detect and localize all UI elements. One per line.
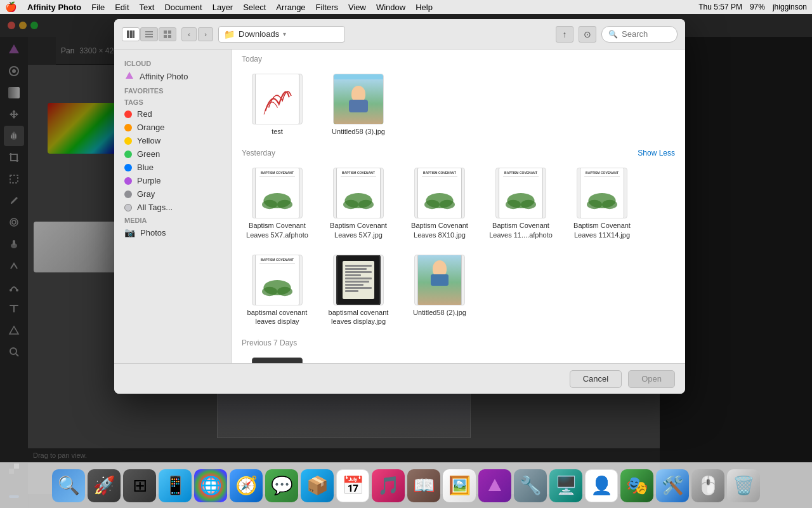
tag-orange-dot <box>124 124 132 131</box>
sidebar-tag-all[interactable]: All Tags... <box>114 201 231 214</box>
file-item-bcl-11-afphoto[interactable]: BAPTISM COVENANT Baptism Covenant Leaves… <box>483 163 559 244</box>
tag-purple-dot <box>124 177 132 185</box>
search-bar[interactable]: 🔍 <box>601 26 678 43</box>
share-button[interactable]: ↑ <box>556 26 573 43</box>
view-grid-button[interactable] <box>159 27 176 41</box>
tag-yellow-label: Yellow <box>137 136 160 145</box>
dock-item-facetime[interactable]: 🎭 <box>620 469 653 502</box>
dock-item-safari[interactable]: 🧭 <box>230 469 263 502</box>
nav-forward-button[interactable]: › <box>198 27 213 41</box>
show-less-button[interactable]: Show Less <box>638 149 675 157</box>
dock-item-appstore[interactable]: 📱 <box>159 469 192 502</box>
doc-icon: BAPTISM COVENANT <box>255 168 299 218</box>
sidebar-tag-gray[interactable]: Gray <box>114 187 231 201</box>
dock-item-airdrop[interactable]: 📦 <box>301 469 334 502</box>
search-icon: 🔍 <box>608 30 618 39</box>
dock-item-launchpad[interactable]: 🚀 <box>88 469 121 502</box>
bcl-display-jpg-filename: baptismal covenant leaves display.jpg <box>325 308 391 326</box>
dock-item-trash[interactable]: 🗑️ <box>727 469 760 502</box>
menubar-edit[interactable]: Edit <box>115 3 129 12</box>
svg-rect-30 <box>168 35 171 38</box>
tag-button[interactable]: ⊙ <box>579 26 596 43</box>
photos-icon: 📷 <box>124 227 135 237</box>
menubar-help[interactable]: Help <box>416 3 433 12</box>
dock-item-system-prefs[interactable]: 🔧 <box>514 469 547 502</box>
bcl-11-afphoto-thumbnail: BAPTISM COVENANT <box>495 168 546 218</box>
bcl-11x14-jpg-thumbnail: BAPTISM COVENANT <box>577 168 627 218</box>
file-item-bcl-11x14-jpg[interactable]: BAPTISM COVENANT Baptism Covenant Leaves… <box>564 163 640 244</box>
view-columns-button[interactable] <box>122 27 140 41</box>
file-item-bcl-display-jpg[interactable]: baptismal covenant leaves display.jpg <box>320 250 396 331</box>
sidebar-tag-yellow[interactable]: Yellow <box>114 134 231 147</box>
tag-green-label: Green <box>137 149 160 159</box>
file-item-bcl-5x7-jpg[interactable]: BAPTISM COVENANT Baptism Covenant Leaves… <box>320 163 396 244</box>
today-label: Today <box>242 55 262 64</box>
dock-item-photos-app[interactable]: 🖼️ <box>443 469 476 502</box>
cancel-button[interactable]: Cancel <box>570 370 622 388</box>
menubar-filters[interactable]: Filters <box>316 3 338 12</box>
doc-icon-3: BAPTISM COVENANT <box>417 168 462 218</box>
dock-item-calendar[interactable]: 📅 <box>336 469 369 502</box>
photos-label: Photos <box>140 228 166 237</box>
test-thumbnail <box>252 74 303 124</box>
dock-item-finder[interactable]: 🔍 <box>52 469 85 502</box>
search-input[interactable] <box>622 29 666 39</box>
menubar-select[interactable]: Select <box>243 3 266 12</box>
sidebar-tag-blue[interactable]: Blue <box>114 161 231 174</box>
dock-item-contacts[interactable]: 👤 <box>585 469 618 502</box>
sidebar-item-photos[interactable]: 📷 Photos <box>114 225 231 239</box>
menubar-window[interactable]: Window <box>376 3 405 12</box>
dialog-body: iCloud Affinity Photo Favorites Tags Red… <box>114 50 685 363</box>
svg-point-50 <box>277 287 292 296</box>
file-item-untitled58-3[interactable]: Untitled58 (3).jpg <box>320 69 396 141</box>
tag-gray-dot <box>124 190 132 198</box>
file-item-test[interactable]: test <box>239 69 315 141</box>
dock-item-messages[interactable]: 💬 <box>265 469 298 502</box>
dock-item-preview[interactable]: 🖥️ <box>549 469 582 502</box>
tag-blue-dot <box>124 164 132 171</box>
today-file-grid: test Untitled58 (3).jpg <box>232 66 685 144</box>
svg-point-44 <box>521 200 536 209</box>
svg-rect-23 <box>133 30 134 38</box>
menubar-layer[interactable]: Layer <box>213 3 233 12</box>
dock: 🔍 🚀 ⊞ 📱 🌐 🧭 💬 📦 📅 🎵 📖 🖼️ 🔧 🖥️ 👤 🎭 🛠️ 🖱️ … <box>0 462 812 508</box>
svg-rect-22 <box>130 30 133 38</box>
dock-item-missioncontrol[interactable]: ⊞ <box>123 469 156 502</box>
nav-back-button[interactable]: ‹ <box>181 27 197 41</box>
icloud-section-label: iCloud <box>114 57 231 69</box>
view-list-button[interactable] <box>140 27 158 41</box>
sidebar-item-affinity-photo[interactable]: Affinity Photo <box>114 69 231 84</box>
kindle-screen <box>343 261 374 299</box>
sidebar-tag-orange[interactable]: Orange <box>114 121 231 134</box>
sidebar-tag-green[interactable]: Green <box>114 147 231 161</box>
svg-rect-25 <box>145 34 153 35</box>
file-item-bcl-display[interactable]: BAPTISM COVENANT baptismal covenant leav… <box>239 250 315 331</box>
menubar-text[interactable]: Text <box>140 3 155 12</box>
dock-item-mouse[interactable]: 🖱️ <box>691 469 724 502</box>
menubar-file[interactable]: File <box>91 3 105 12</box>
menubar-affinity-photo[interactable]: Affinity Photo <box>27 3 81 12</box>
sidebar-tag-red[interactable]: Red <box>114 107 231 121</box>
file-item-previous-1[interactable] <box>239 352 315 363</box>
dock-item-chrome[interactable]: 🌐 <box>194 469 227 502</box>
file-item-bcl-5x7-afphoto[interactable]: BAPTISM COVENANT Baptism Covenant Leaves… <box>239 163 315 244</box>
favorites-section-label: Favorites <box>114 84 231 96</box>
previous-label: Previous 7 Days <box>242 338 297 347</box>
svg-rect-29 <box>164 35 167 38</box>
file-item-bcl-8x10-jpg[interactable]: BAPTISM COVENANT Baptism Covenant Leaves… <box>402 163 478 244</box>
sidebar-tag-purple[interactable]: Purple <box>114 174 231 187</box>
menubar-view[interactable]: View <box>348 3 366 12</box>
apple-menu[interactable]: 🍎 <box>5 1 17 13</box>
photo-thumbnail <box>334 74 383 124</box>
file-item-untitled58-2[interactable]: Untitled58 (2).jpg <box>402 250 478 331</box>
bcl-8x10-jpg-thumbnail: BAPTISM COVENANT <box>414 168 465 218</box>
menubar-document[interactable]: Document <box>164 3 202 12</box>
dock-item-books[interactable]: 📖 <box>407 469 440 502</box>
dock-item-affinity[interactable] <box>478 469 511 502</box>
dock-item-utilities[interactable]: 🛠️ <box>656 469 689 502</box>
dock-item-music[interactable]: 🎵 <box>372 469 405 502</box>
menubar-arrange[interactable]: Arrange <box>276 3 305 12</box>
svg-rect-28 <box>168 30 171 34</box>
location-bar[interactable]: 📁 Downloads ▾ <box>218 26 345 43</box>
open-button[interactable]: Open <box>628 370 675 388</box>
